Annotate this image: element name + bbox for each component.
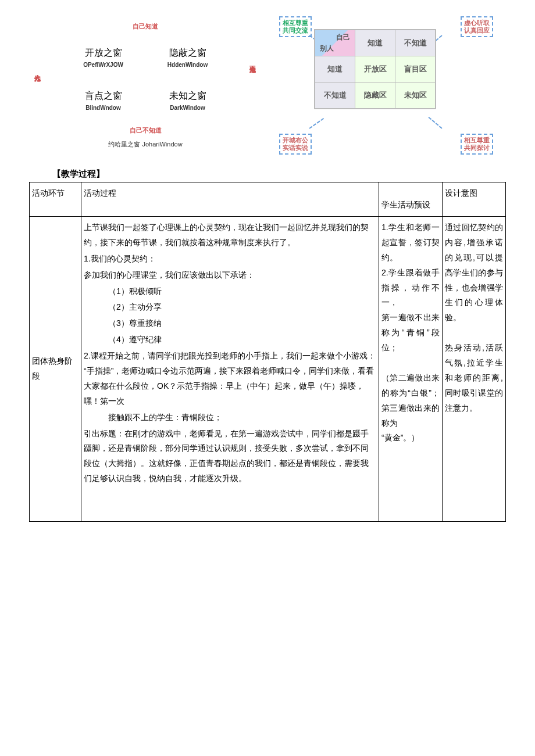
- johari-caption: 约哈里之窗 JohariWindow: [108, 140, 182, 149]
- section-title: 【教学过程】: [52, 169, 506, 180]
- note-top-left: 相互尊重 共同交流: [279, 16, 312, 37]
- cell-open: 开放之窗 OPeflWrXJOW: [61, 36, 145, 79]
- arrow-br-icon: [428, 117, 442, 129]
- axis-label-top: 自己知道: [133, 22, 158, 31]
- row-header-unknow: 不知道: [315, 83, 355, 109]
- note-top-right: 虚心听取 认真回应: [461, 16, 493, 37]
- process-intro: 上节课我们一起签了心理课上的心灵契约，现在让我们一起回忆并兑现我们的契约，接下来…: [84, 220, 376, 250]
- cell-dark-cn: 未知之窗: [169, 90, 206, 102]
- note-br-line1: 相互尊重: [464, 137, 490, 144]
- header-process: 活动过程: [81, 182, 379, 217]
- zone-unknown: 未知区: [395, 83, 436, 109]
- table-row: 团体热身阶段 上节课我们一起签了心理课上的心灵契约，现在让我们一起回忆并兑现我们…: [30, 217, 506, 522]
- cell-open-cn: 开放之窗: [85, 47, 122, 59]
- process-1-sub: 参加我们的心理课堂，我们应该做出以下承诺：: [84, 268, 376, 283]
- cell-intent: 通过回忆契约的内容,增强承诺的兑现,可以提高学生们的参与性，也会增强学生们的心理…: [443, 217, 506, 522]
- arrow-bl-icon: [309, 118, 324, 129]
- cell-blind: 盲点之窗 BlindWndow: [61, 79, 145, 122]
- johari-right-diagram: 相互尊重 共同交流 虚心听取 认真回应 开城布公 实话实说 相互尊重 共同探讨 …: [273, 12, 494, 157]
- process-3: 引出标题：在刚才的游戏中，老师看见，在第一遍游戏尝试中，同学们都是蹑手蹑脚，还是…: [84, 427, 376, 487]
- cell-process: 上节课我们一起签了心理课上的心灵契约，现在让我们一起回忆并兑现我们的契约，接下来…: [81, 217, 379, 522]
- note-tl-line2: 共同交流: [283, 27, 308, 34]
- note-tl-line1: 相互尊重: [283, 19, 308, 26]
- cell-hidden-cn: 隐蔽之窗: [169, 47, 206, 59]
- note-tr-line1: 虚心听取: [464, 19, 490, 26]
- process-1-title: 1.我们的心灵契约：: [84, 252, 376, 267]
- cell-dark-en: DarkWindow: [170, 105, 205, 111]
- process-li2: （2）主动分享: [84, 300, 376, 315]
- col-header-know: 知道: [355, 30, 395, 56]
- matrix-corner: 自己 别人: [315, 30, 355, 56]
- col-header-unknow: 不知道: [395, 30, 436, 56]
- header-student: 学生活动预设: [379, 182, 443, 217]
- corner-others: 别人: [320, 44, 334, 53]
- note-bottom-left: 开城布公 实话实说: [279, 134, 312, 155]
- note-tr-line2: 认真回应: [464, 27, 490, 34]
- process-2: 2.课程开始之前，请同学们把眼光投到老师的小手指上，我们一起来做个小游戏：“手指…: [84, 349, 376, 409]
- note-bl-line1: 开城布公: [283, 137, 308, 144]
- process-2a: 接触跟不上的学生：青铜段位；: [84, 410, 376, 425]
- process-li3: （3）尊重接纳: [84, 316, 376, 331]
- row-header-know: 知道: [315, 56, 355, 83]
- cell-hidden-en: HddenWindow: [167, 62, 208, 68]
- zone-hidden: 隐藏区: [355, 83, 395, 109]
- cell-dark: 未知之窗 DarkWindow: [145, 79, 230, 122]
- cell-blind-en: BlindWndow: [85, 105, 121, 111]
- process-li4: （4）遵守纪律: [84, 332, 376, 347]
- axis-label-bottom: 自己不知道: [130, 126, 162, 135]
- lesson-table: 活动环节 活动过程 学生活动预设 设计意图 团体热身阶段 上节课我们一起签了心理…: [29, 182, 506, 522]
- cell-student: 1.学生和老师一起宣誓，签订契约。 2.学生跟着做手指操，动作不一， 第一遍做不…: [379, 217, 443, 522]
- note-bottom-right: 相互尊重 共同探讨: [461, 134, 493, 155]
- cell-hidden: 隐蔽之窗 HddenWindow: [145, 36, 230, 79]
- johari-left-diagram: 自己知道 自己不知道 他人知 他人不知道 开放之窗 OPeflWrXJOW 隐蔽…: [29, 12, 262, 157]
- header-student-text: 学生活动预设: [381, 198, 440, 213]
- header-intent: 设计意图: [443, 182, 506, 217]
- corner-self: 自己: [336, 33, 350, 42]
- cell-open-en: OPeflWrXJOW: [83, 62, 123, 68]
- cell-stage: 团体热身阶段: [30, 217, 81, 522]
- process-li1: （1）积极倾听: [84, 284, 376, 299]
- cell-blind-cn: 盲点之窗: [85, 90, 122, 102]
- header-stage: 活动环节: [30, 182, 81, 217]
- note-bl-line2: 实话实说: [283, 144, 308, 151]
- johari-matrix: 自己 别人 知道 不知道 知道 开放区 盲目区 不知道 隐藏区 未知区: [314, 29, 436, 109]
- note-br-line2: 共同探讨: [464, 144, 490, 151]
- zone-open: 开放区: [355, 56, 395, 83]
- zone-blind: 盲目区: [395, 56, 436, 83]
